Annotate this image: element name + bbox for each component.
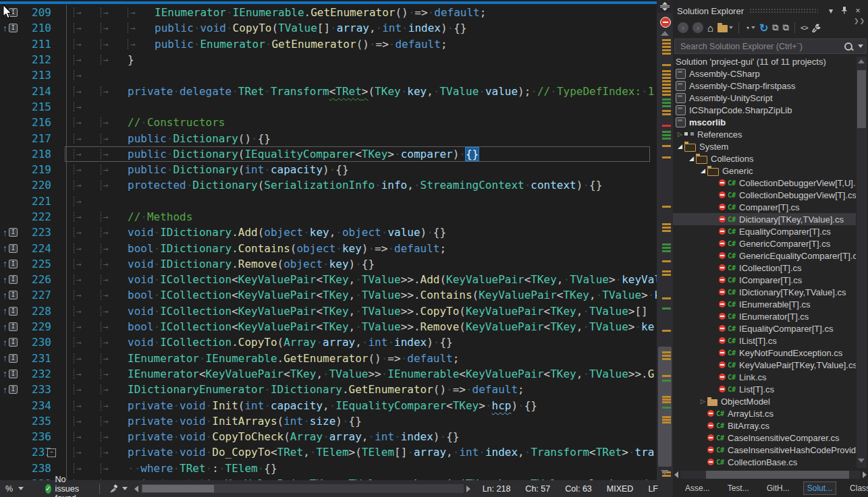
code-text[interactable]: →→void·ICollection<KeyValuePair<TKey,·TV… [74, 273, 657, 286]
code-text[interactable]: →→void·IDictionary.Add(object·key,·objec… [74, 226, 446, 239]
code-line-212[interactable]: 212→→} [0, 52, 657, 67]
override-glyph-icon[interactable]: ↑I [0, 338, 19, 347]
refresh-icon[interactable]: ↻ [757, 20, 770, 35]
scroll-up-arrow-icon[interactable] [661, 31, 669, 36]
code-line-231[interactable]: ↑I231→→IEnumerator·IEnumerable.GetEnumer… [0, 351, 657, 366]
search-placeholder[interactable]: Search Solution Explorer (Ctrl+¨) [678, 42, 844, 51]
selection-margin[interactable] [53, 146, 67, 162]
fold-collapse-icon[interactable]: − [47, 448, 56, 457]
selection-margin[interactable] [53, 162, 67, 177]
tree-item-icollection-t-cs[interactable]: C#ICollection[T].cs [673, 262, 856, 274]
code-text[interactable]: →→bool·ICollection<KeyValuePair<TKey,·TV… [74, 320, 654, 333]
code-line-223[interactable]: ↑I223→→void·IDictionary.Add(object·key,·… [0, 225, 657, 240]
override-glyph-icon[interactable]: ↑I [0, 243, 19, 253]
code-text[interactable]: →→private·void·Do_CopyTo<TRet,·TElem>(TE… [74, 446, 654, 459]
selection-margin[interactable] [53, 382, 67, 397]
code-text[interactable]: →→private·void·InitArrays(int·size)·{} [74, 415, 362, 428]
code-line-220[interactable]: 220→→protected·Dictionary(SerializationI… [0, 177, 657, 193]
code-text[interactable]: →→→IEnumerator·IEnumerable.GetEnumerator… [74, 6, 486, 19]
code-line-237[interactable]: 237−→→private·void·Do_CopyTo<TRet,·TElem… [0, 444, 657, 460]
zoom-control[interactable]: % [0, 484, 29, 494]
code-text[interactable]: →→bool·IDictionary.Contains(object·key)·… [74, 242, 446, 255]
close-panel-icon[interactable]: × [852, 6, 864, 16]
tree-item-collectiondebuggerview-t-u-cs[interactable]: C#CollectionDebuggerView[T,U].cs [673, 177, 856, 189]
scroll-right-arrow-icon[interactable] [863, 471, 867, 478]
selection-margin[interactable] [53, 366, 67, 382]
tree-item-icsharpcode-sharpziplib[interactable]: ICSharpCode.SharpZipLib [673, 104, 856, 116]
nav-back-icon[interactable]: ‹ [676, 20, 690, 35]
tree-item-ienumerator-t-cs[interactable]: C#IEnumerator[T].cs [673, 310, 856, 322]
pin-icon[interactable] [838, 6, 850, 16]
code-line-234[interactable]: 234→→private·void·Init(int·capacity,·IEq… [0, 397, 657, 413]
code-line-227[interactable]: ↑I227→→bool·ICollection<KeyValuePair<TKe… [0, 287, 657, 303]
selection-margin[interactable] [53, 287, 67, 303]
selection-margin[interactable] [53, 334, 67, 350]
tree-vertical-scrollbar[interactable] [857, 57, 867, 468]
override-glyph-icon[interactable]: ↑I [0, 385, 19, 394]
horizontal-scroll-thumb[interactable] [142, 485, 214, 492]
code-text[interactable]: → [74, 196, 101, 206]
tree-item-list-t-cs[interactable]: C#List[T].cs [673, 383, 856, 395]
scope-switch-icon[interactable] [715, 20, 735, 35]
code-line-219[interactable]: 219→→public·Dictionary(int·capacity)·{} [0, 162, 657, 177]
selection-margin[interactable] [53, 52, 67, 67]
selection-margin[interactable] [53, 272, 67, 287]
tree-item-collectionbase-cs[interactable]: C#CollectionBase.cs [673, 456, 856, 468]
code-text[interactable]: →→public·Dictionary()·{} [74, 132, 271, 145]
code-line-238[interactable]: 238→→··where·TRet·:·TElem·{} [0, 461, 657, 476]
tree-item-genericequalitycomparer-t-cs[interactable]: C#GenericEqualityComparer[T].cs [673, 250, 856, 262]
tree-item-idictionary-tkey-tvalue-cs[interactable]: C#IDictionary[TKey,TValue].cs [673, 286, 856, 298]
editor-split-handle-icon[interactable] [657, 0, 673, 13]
tree-item-collections[interactable]: ◢Collections [673, 152, 856, 165]
line-ending-indicator[interactable]: LF [648, 484, 658, 494]
override-glyph-icon[interactable]: ↑I [0, 306, 19, 316]
tree-hscroll-track[interactable] [680, 471, 861, 479]
tree-item-caseinsensitivehashcodeprovider-cs[interactable]: C#CaseInsensitiveHashCodeProvider.cs [673, 444, 856, 456]
code-line-209[interactable]: ↑I209→→→IEnumerator·IEnumerable.GetEnume… [0, 5, 657, 20]
selection-margin[interactable] [53, 240, 67, 256]
tree-item-icomparer-t-cs[interactable]: C#IComparer[T].cs [673, 274, 856, 286]
tree-item-arraylist-cs[interactable]: C#ArrayList.cs [673, 407, 856, 419]
search-icon[interactable] [844, 42, 852, 51]
code-line-224[interactable]: ↑I224→→bool·IDictionary.Contains(object·… [0, 240, 657, 256]
code-text[interactable]: →→//·Constructors [74, 116, 225, 129]
tree-item-iequalitycomparer-t-cs[interactable]: C#IEqualityComparer[T].cs [673, 322, 856, 334]
override-glyph-icon[interactable]: ↑I [0, 24, 19, 33]
tree-item-ilist-t-cs[interactable]: C#IList[T].cs [673, 334, 856, 347]
selection-margin[interactable] [53, 351, 67, 366]
collapse-arrow-icon[interactable]: ◢ [687, 155, 696, 162]
tree-item-dictionary-tkey-tvalue-cs[interactable]: C#Dictionary[TKey,TValue].cs [673, 213, 856, 225]
tree-item-keynotfoundexception-cs[interactable]: C#KeyNotFoundException.cs [673, 347, 856, 359]
editor-horizontal-scrollbar[interactable] [134, 484, 470, 493]
code-text[interactable]: →→void·ICollection<KeyValuePair<TKey,·TV… [74, 305, 648, 318]
scroll-right-arrow-icon[interactable] [466, 486, 470, 492]
tree-item-genericcomparer-t-cs[interactable]: C#GenericComparer[T].cs [673, 237, 856, 250]
code-text[interactable]: →→} [74, 53, 134, 66]
code-line-230[interactable]: ↑I230→→void·ICollection.CopyTo(Array·arr… [0, 334, 657, 350]
selection-margin[interactable] [53, 20, 67, 36]
code-line-218[interactable]: 218→→public·Dictionary(IEqualityComparer… [0, 146, 657, 162]
code-text[interactable]: →→private·void·CopyToCheck(Array·array,·… [74, 430, 459, 443]
code-text[interactable]: →→private·void·Init(int·capacity,·IEqual… [74, 399, 537, 412]
selection-margin[interactable] [53, 413, 67, 429]
tool-window-tab-gith[interactable]: GitH... [763, 481, 794, 495]
tree-item-ienumerable-t-cs[interactable]: C#IEnumerable[T].cs [673, 298, 856, 310]
tree-item-equalitycomparer-t-cs[interactable]: C#EqualityComparer[T].cs [673, 225, 856, 237]
sync-document-icon[interactable]: ⧉ [781, 20, 791, 35]
expand-arrow-icon[interactable]: ▷ [699, 398, 707, 405]
code-line-221[interactable]: 221→ [0, 194, 657, 209]
tree-item-comparer-t-cs[interactable]: C#Comparer[T].cs [673, 201, 856, 213]
code-text[interactable]: →→→public·void·CopyTo(TValue[]·array,·in… [74, 22, 466, 34]
code-line-216[interactable]: 216→→//·Constructors [0, 115, 657, 130]
tree-scrollbar-thumb[interactable] [857, 70, 866, 128]
tree-item-assembly-csharp-firstpass[interactable]: Assembly-CSharp-firstpass [673, 80, 856, 92]
code-text[interactable]: →→bool·ICollection<KeyValuePair<TKey,·TV… [74, 289, 657, 301]
tree-item-references[interactable]: ▷References [673, 128, 856, 140]
code-line-228[interactable]: ↑I228→→void·ICollection<KeyValuePair<TKe… [0, 303, 657, 319]
collapse-all-icon[interactable]: ⧉ [770, 20, 780, 35]
code-line-210[interactable]: ↑I210→→→public·void·CopyTo(TValue[]·arra… [0, 20, 657, 36]
code-text[interactable]: →→void·IDictionary.Remove(object·key)·{} [74, 258, 375, 270]
code-text[interactable]: → [74, 102, 101, 112]
tree-item-caseinsensitivecomparer-cs[interactable]: C#CaseInsensitiveComparer.cs [673, 432, 856, 444]
tree-item-link-cs[interactable]: C#Link.cs [673, 371, 856, 383]
